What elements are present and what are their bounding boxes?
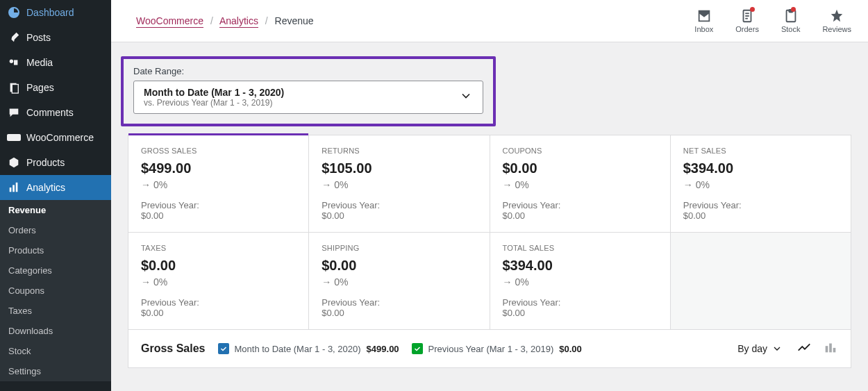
sidebar-item-media[interactable]: Media — [0, 50, 111, 75]
topbar-stock[interactable]: Stock — [781, 8, 801, 33]
sidebar-item-woocommerce[interactable]: WooCommerce — [0, 125, 111, 150]
dashboard-icon — [7, 6, 21, 19]
topbar-orders[interactable]: Orders — [735, 8, 759, 33]
breadcrumb-analytics[interactable]: Analytics — [219, 15, 258, 28]
reviews-icon — [829, 8, 844, 24]
card-shipping[interactable]: SHIPPING $0.00 →0% Previous Year: $0.00 — [309, 233, 489, 329]
card-prev-value: $0.00 — [503, 210, 658, 221]
submenu-item-downloads[interactable]: Downloads — [0, 321, 111, 341]
sidebar-item-posts[interactable]: Posts — [0, 25, 111, 50]
sidebar-item-analytics[interactable]: Analytics — [0, 175, 111, 200]
card-title: GROSS SALES — [141, 147, 296, 155]
card-value: $0.00 — [503, 160, 658, 176]
topbar-reviews[interactable]: Reviews — [822, 8, 851, 33]
card-taxes[interactable]: TAXES $0.00 →0% Previous Year: $0.00 — [128, 233, 308, 329]
card-gross-sales[interactable]: GROSS SALES $499.00 →0% Previous Year: $… — [128, 133, 308, 232]
sidebar-item-dashboard[interactable]: Dashboard — [0, 0, 111, 25]
admin-sidebar: Dashboard Posts Media Pages Comments Woo… — [0, 0, 111, 391]
svg-rect-6 — [16, 183, 18, 192]
card-prev-label: Previous Year: — [141, 297, 296, 308]
submenu-item-categories[interactable]: Categories — [0, 260, 111, 281]
arrow-right-icon: → — [322, 276, 331, 288]
topbar-label: Inbox — [694, 25, 713, 33]
card-prev-label: Previous Year: — [322, 297, 476, 308]
sidebar-item-products[interactable]: Products — [0, 150, 111, 175]
pin-icon — [7, 31, 21, 44]
svg-rect-13 — [826, 346, 828, 352]
card-prev-label: Previous Year: — [503, 297, 658, 308]
card-value: $105.00 — [322, 160, 476, 176]
date-range-label: Date Range: — [133, 66, 483, 76]
arrow-right-icon: → — [141, 276, 151, 288]
card-value: $394.00 — [503, 258, 658, 274]
card-change: →0% — [503, 179, 658, 190]
card-empty — [671, 233, 851, 329]
chevron-down-icon — [459, 89, 473, 106]
interval-select[interactable]: By day — [737, 343, 783, 354]
arrow-right-icon: → — [503, 179, 512, 190]
card-prev-value: $0.00 — [503, 308, 658, 318]
breadcrumb-woocommerce[interactable]: WooCommerce — [136, 15, 203, 28]
sidebar-item-label: Comments — [26, 107, 74, 118]
legend-value: $499.00 — [367, 344, 399, 354]
legend-current[interactable]: Month to Date (Mar 1 - 3, 2020) $499.00 — [218, 343, 399, 354]
topbar: WooCommerce / Analytics / Revenue Inbox … — [111, 0, 868, 42]
card-prev-label: Previous Year: — [322, 200, 476, 210]
sidebar-item-label: Analytics — [26, 182, 65, 193]
card-title: NET SALES — [683, 147, 838, 155]
svg-rect-14 — [829, 344, 832, 353]
sidebar-item-label: Posts — [26, 32, 51, 43]
card-change: →0% — [322, 179, 476, 190]
arrow-right-icon: → — [503, 276, 512, 288]
card-change: →0% — [683, 179, 838, 190]
chart-header: Gross Sales Month to Date (Mar 1 - 3, 20… — [128, 330, 851, 368]
date-range-main: Month to Date (Mar 1 - 3, 2020) — [144, 87, 284, 98]
legend-previous[interactable]: Previous Year (Mar 1 - 3, 2019) $0.00 — [412, 343, 582, 354]
sidebar-item-label: WooCommerce — [26, 132, 94, 143]
card-value: $0.00 — [141, 258, 296, 274]
topbar-inbox[interactable]: Inbox — [694, 8, 713, 33]
bar-chart-icon[interactable] — [823, 340, 838, 358]
date-range-highlight: Date Range: Month to Date (Mar 1 - 3, 20… — [121, 56, 496, 126]
svg-rect-2 — [12, 85, 18, 94]
card-change: →0% — [141, 179, 296, 190]
svg-point-0 — [10, 60, 13, 63]
submenu-item-stock[interactable]: Stock — [0, 341, 111, 361]
arrow-right-icon: → — [322, 179, 331, 190]
sidebar-item-label: Dashboard — [26, 7, 74, 18]
card-total-sales[interactable]: TOTAL SALES $394.00 →0% Previous Year: $… — [490, 233, 670, 329]
line-chart-icon[interactable] — [796, 340, 812, 358]
card-value: $499.00 — [141, 160, 296, 176]
card-prev-value: $0.00 — [141, 210, 296, 221]
card-coupons[interactable]: COUPONS $0.00 →0% Previous Year: $0.00 — [490, 135, 670, 232]
chevron-down-icon — [771, 343, 783, 354]
sidebar-item-comments[interactable]: Comments — [0, 100, 111, 125]
card-returns[interactable]: RETURNS $105.00 →0% Previous Year: $0.00 — [309, 135, 489, 232]
card-title: RETURNS — [322, 147, 476, 155]
analytics-icon — [7, 181, 21, 194]
svg-rect-15 — [833, 348, 836, 352]
submenu-item-coupons[interactable]: Coupons — [0, 281, 111, 301]
card-net-sales[interactable]: NET SALES $394.00 →0% Previous Year: $0.… — [671, 135, 851, 232]
submenu-item-products[interactable]: Products — [0, 240, 111, 260]
svg-rect-5 — [12, 185, 15, 192]
date-range-sub: vs. Previous Year (Mar 1 - 3, 2019) — [144, 98, 284, 108]
sidebar-item-pages[interactable]: Pages — [0, 75, 111, 100]
date-range-select[interactable]: Month to Date (Mar 1 - 3, 2020) vs. Prev… — [133, 81, 483, 114]
topbar-actions: Inbox Orders Stock Reviews — [694, 8, 851, 33]
submenu-item-orders[interactable]: Orders — [0, 220, 111, 240]
sidebar-item-label: Media — [26, 57, 53, 68]
checkbox-icon — [218, 343, 229, 354]
pages-icon — [7, 81, 21, 94]
topbar-label: Orders — [735, 25, 759, 33]
submenu-item-revenue[interactable]: Revenue — [0, 200, 111, 220]
topbar-label: Stock — [781, 25, 801, 33]
svg-rect-3 — [7, 134, 21, 141]
card-change: →0% — [503, 276, 658, 288]
submenu-item-settings[interactable]: Settings — [0, 361, 111, 381]
submenu-item-taxes[interactable]: Taxes — [0, 301, 111, 321]
analytics-submenu: Revenue Orders Products Categories Coupo… — [0, 200, 111, 381]
card-prev-value: $0.00 — [322, 210, 476, 221]
legend-label: Month to Date (Mar 1 - 3, 2020) — [235, 344, 361, 354]
card-title: COUPONS — [503, 147, 658, 155]
